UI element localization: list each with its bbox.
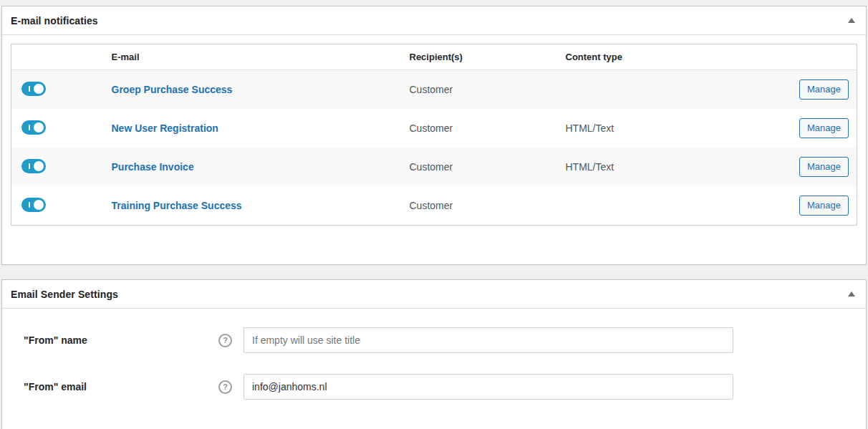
panel-body: E-mail Recipient(s) Content type (2, 35, 866, 264)
collapse-arrow-icon (848, 291, 855, 297)
toggle-knob (34, 122, 44, 132)
panel-title: Email Sender Settings (2, 289, 127, 300)
collapse-panel-button[interactable] (837, 6, 866, 35)
panel-header: E-mail notificaties (2, 6, 866, 35)
toggle-knob (34, 200, 44, 210)
panel-header: Email Sender Settings (2, 280, 866, 309)
recipients-column-header: Recipient(s) (410, 44, 566, 70)
table-row: Purchase Invoice Customer HTML/Text Mana… (11, 148, 857, 186)
table-header-row: E-mail Recipient(s) Content type (11, 44, 857, 70)
panel-title: E-mail notificaties (2, 15, 107, 26)
toggle-on-bar-icon (29, 202, 30, 208)
email-enabled-toggle[interactable] (21, 120, 46, 135)
toggle-knob (34, 161, 44, 171)
toggle-on-bar-icon (29, 163, 30, 169)
email-enabled-toggle[interactable] (21, 198, 46, 212)
email-enabled-toggle[interactable] (21, 82, 46, 96)
collapse-panel-button[interactable] (837, 280, 866, 309)
panel-email-sender-settings: Email Sender Settings "From" name ? "Fro… (1, 279, 867, 429)
from-email-label: "From" email (11, 381, 218, 392)
settings-page: E-mail notificaties E-mail Recipient(s) … (1, 6, 867, 429)
email-notifications-table: E-mail Recipient(s) Content type (11, 44, 857, 226)
manage-column-header (793, 44, 857, 70)
sender-settings-form: "From" name ? "From" email ? (2, 309, 866, 429)
email-enabled-toggle[interactable] (21, 159, 46, 173)
email-column-header: E-mail (112, 44, 410, 70)
manage-button[interactable]: Manage (799, 79, 849, 100)
recipient-cell: Customer (410, 186, 566, 226)
help-icon[interactable]: ? (218, 380, 232, 394)
from-name-input[interactable] (243, 327, 733, 353)
manage-button[interactable]: Manage (799, 196, 849, 216)
toggle-on-bar-icon (29, 125, 30, 130)
content-type-cell (566, 186, 793, 226)
table-row: Training Purchase Success Customer Manag… (11, 186, 857, 226)
content-type-cell (566, 70, 793, 110)
from-email-input[interactable] (243, 374, 733, 400)
from-name-label: "From" name (11, 334, 218, 346)
email-notification-link[interactable]: New User Registration (112, 122, 218, 134)
email-notification-link[interactable]: Purchase Invoice (112, 161, 194, 173)
manage-button[interactable]: Manage (799, 118, 849, 138)
content-type-column-header: Content type (566, 44, 793, 70)
manage-button[interactable]: Manage (799, 157, 849, 177)
email-notification-link[interactable]: Training Purchase Success (112, 200, 242, 211)
toggle-knob (34, 84, 44, 94)
recipient-cell: Customer (410, 70, 566, 110)
content-type-cell: HTML/Text (566, 148, 793, 186)
table-row: Groep Purchase Success Customer Manage (11, 70, 857, 110)
email-notification-link[interactable]: Groep Purchase Success (112, 84, 233, 95)
toggle-column-header (11, 44, 112, 70)
collapse-arrow-icon (848, 18, 855, 23)
recipient-cell: Customer (410, 109, 566, 148)
toggle-on-bar-icon (29, 86, 30, 92)
recipient-cell: Customer (410, 148, 566, 186)
table-row: New User Registration Customer HTML/Text… (11, 109, 857, 148)
help-icon[interactable]: ? (218, 334, 232, 347)
content-type-cell: HTML/Text (566, 109, 793, 148)
panel-email-notifications: E-mail notificaties E-mail Recipient(s) … (1, 6, 867, 265)
